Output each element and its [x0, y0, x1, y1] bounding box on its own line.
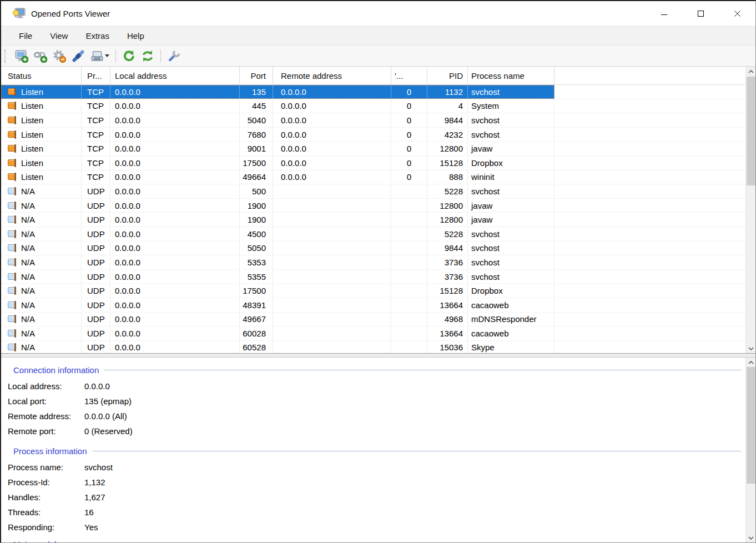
table-row[interactable]: N/AUDP0.0.0.06002813664cacaoweb: [1, 326, 745, 341]
export-button[interactable]: [88, 48, 112, 64]
table-scrollbar-thumb[interactable]: [747, 77, 755, 185]
column-header-local-address[interactable]: Local address: [110, 67, 240, 84]
cell-port: 135: [240, 85, 273, 99]
info-label: Remote port:: [8, 426, 84, 436]
cell-status: N/A: [1, 326, 82, 340]
ports-table: Status Pr... Local address Port Remote a…: [1, 67, 755, 353]
refresh-all-icon: [141, 49, 154, 63]
cell-pid: 15128: [427, 156, 468, 170]
ports-table-body: ListenTCP0.0.0.01350.0.0.001132svchostLi…: [1, 85, 745, 353]
table-row[interactable]: N/AUDP0.0.0.01750015128Dropbox: [1, 284, 745, 298]
table-row[interactable]: ListenTCP0.0.0.0496640.0.0.00888wininit: [1, 170, 745, 185]
cell-process-name: cacaoweb: [468, 298, 555, 312]
menu-file[interactable]: File: [10, 27, 41, 45]
table-row[interactable]: N/AUDP0.0.0.0190012800javaw: [1, 213, 745, 227]
cell-local-address: 0.0.0.0: [110, 170, 240, 184]
cell-port: 7680: [240, 128, 273, 142]
table-row[interactable]: ListenTCP0.0.0.050400.0.0.009844svchost: [1, 113, 745, 128]
table-row[interactable]: N/AUDP0.0.0.053533736svchost: [1, 255, 745, 270]
column-header-port[interactable]: Port: [240, 67, 273, 84]
column-header-remote-port[interactable]: '...: [391, 67, 427, 84]
table-row[interactable]: N/AUDP0.0.0.05005228svchost: [1, 184, 745, 199]
table-row[interactable]: N/AUDP0.0.0.050509844svchost: [1, 242, 745, 256]
toolbar-separator: [115, 49, 116, 63]
computer-add-button[interactable]: [12, 48, 31, 64]
info-value: 0 (Reserved): [84, 426, 133, 436]
plug-button[interactable]: [69, 48, 88, 64]
cell-status: Listen: [1, 170, 82, 184]
cell-local-address: 0.0.0.0: [110, 99, 240, 113]
cell-pid: 4968: [427, 313, 468, 326]
cell-remote-address: [273, 270, 391, 284]
cell-port: 1900: [240, 199, 273, 213]
column-header-status[interactable]: Status: [1, 67, 82, 84]
menu-help[interactable]: Help: [118, 27, 153, 45]
column-header-pid[interactable]: PID: [427, 67, 468, 84]
menu-bar: File View Extras Help: [1, 27, 755, 46]
cell-filler: [555, 113, 745, 127]
cell-pid: 12800: [427, 142, 468, 155]
cell-remote-address: [273, 227, 391, 241]
table-row[interactable]: N/AUDP0.0.0.0190012800javaw: [1, 199, 745, 213]
link-add-button[interactable]: [31, 48, 50, 64]
details-scrollbar[interactable]: [745, 358, 755, 542]
cell-local-address: 0.0.0.0: [110, 227, 240, 241]
table-row[interactable]: N/AUDP0.0.0.045005228svchost: [1, 227, 745, 242]
cell-filler: [555, 227, 745, 241]
info-value: svchost: [84, 462, 113, 472]
na-flag-icon: [8, 343, 17, 351]
cell-remote-port: [391, 242, 427, 255]
cell-pid: 5228: [427, 227, 468, 241]
table-row[interactable]: N/AUDP0.0.0.06052815036Skype: [1, 341, 745, 353]
cell-local-address: 0.0.0.0: [110, 213, 240, 227]
cell-port: 5040: [240, 113, 273, 127]
toolbar-grip-handle[interactable]: [4, 49, 8, 63]
cell-remote-address: 0.0.0.0: [273, 156, 391, 170]
scroll-down-icon[interactable]: [746, 533, 755, 542]
heading-rule: [93, 451, 741, 451]
gear-remove-button[interactable]: [50, 48, 69, 64]
cell-port: 17500: [240, 284, 273, 298]
cell-port: 49667: [240, 313, 273, 326]
computer-add-icon: [15, 49, 28, 63]
scroll-down-icon[interactable]: [746, 344, 756, 353]
cell-remote-address: [273, 199, 391, 213]
table-row[interactable]: N/AUDP0.0.0.04839113664cacaoweb: [1, 298, 745, 313]
cell-remote-address: [273, 284, 391, 298]
cell-local-address: 0.0.0.0: [110, 156, 240, 170]
column-header-process-name[interactable]: Process name: [468, 67, 555, 84]
refresh-button[interactable]: [119, 48, 138, 64]
export-dropdown-caret-icon[interactable]: [105, 54, 109, 57]
table-row[interactable]: N/AUDP0.0.0.0496674968mDNSResponder: [1, 313, 745, 327]
settings-wrench-button[interactable]: [164, 48, 183, 64]
menu-view[interactable]: View: [41, 27, 77, 45]
menu-extras[interactable]: Extras: [77, 27, 118, 45]
table-row[interactable]: ListenTCP0.0.0.04450.0.0.004System: [1, 99, 745, 114]
cell-remote-address: [273, 313, 391, 326]
table-row[interactable]: ListenTCP0.0.0.076800.0.0.004232svchost: [1, 128, 745, 142]
cell-remote-address: [273, 298, 391, 312]
cell-filler: [555, 341, 745, 353]
details-panel: Connection information Local address:0.0…: [1, 358, 755, 542]
cell-pid: 3736: [427, 270, 468, 284]
column-header-remote-address[interactable]: Remote address: [273, 67, 391, 84]
table-row[interactable]: ListenTCP0.0.0.090010.0.0.0012800javaw: [1, 142, 745, 156]
close-button[interactable]: [719, 1, 755, 26]
maximize-button[interactable]: [682, 1, 719, 26]
info-row: Handles:1,627: [1, 490, 745, 505]
scroll-up-icon[interactable]: [746, 358, 755, 367]
cell-protocol: UDP: [82, 213, 110, 227]
cell-process-name: javaw: [468, 213, 555, 227]
column-header-filler: [555, 67, 745, 84]
table-row[interactable]: N/AUDP0.0.0.053553736svchost: [1, 270, 745, 284]
scroll-up-icon[interactable]: [746, 67, 756, 76]
table-row[interactable]: ListenTCP0.0.0.0175000.0.0.0015128Dropbo…: [1, 156, 745, 170]
refresh-all-button[interactable]: [138, 48, 157, 64]
table-scrollbar[interactable]: [745, 67, 755, 353]
cell-filler: [555, 85, 745, 99]
panel-splitter[interactable]: [1, 353, 755, 358]
minimize-button[interactable]: [646, 1, 682, 26]
table-row[interactable]: ListenTCP0.0.0.01350.0.0.001132svchost: [1, 85, 745, 99]
column-header-protocol[interactable]: Pr...: [82, 67, 110, 84]
details-scrollbar-thumb[interactable]: [747, 367, 755, 484]
